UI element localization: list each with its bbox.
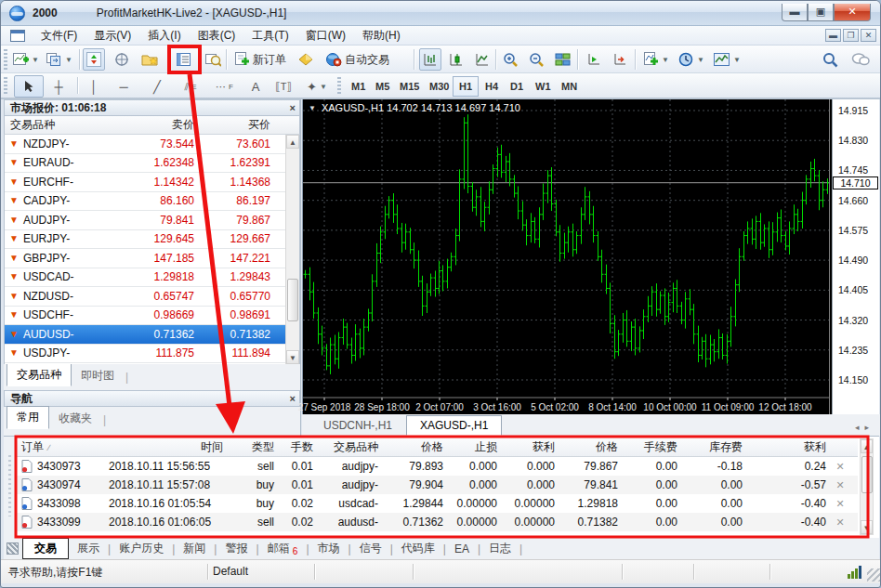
price-axis[interactable]: 14.91514.83014.74514.66014.57514.49014.4…	[832, 99, 879, 414]
indicators-button[interactable]: ▼	[640, 48, 672, 71]
col-price[interactable]: 价格	[383, 439, 448, 455]
col-profit[interactable]: 获利	[747, 439, 831, 455]
market-row[interactable]: ▼USDCHF-0.986690.98691	[5, 307, 299, 326]
tab-news[interactable]: 新闻	[175, 539, 214, 558]
market-row[interactable]: ▼EURAUD-1.623481.62391	[5, 154, 299, 174]
crosshair-tool-button[interactable]: ┼	[47, 75, 70, 98]
terminal-toggle-button[interactable]	[172, 48, 194, 71]
col-symbol[interactable]: 交易品种	[318, 439, 383, 455]
col-commission[interactable]: 手续费	[623, 439, 682, 455]
horizontal-line-tool-button[interactable]: ─	[112, 75, 135, 98]
tab-exposure[interactable]: 展示	[69, 539, 108, 558]
col-bid[interactable]: 卖价	[125, 117, 202, 133]
price-chart[interactable]	[303, 99, 833, 414]
cursor-tool-button[interactable]	[14, 75, 44, 98]
toolbar-grip[interactable]	[4, 49, 7, 70]
mdi-minimize-button[interactable]: ▬	[825, 29, 841, 42]
col-order[interactable]: 订单∕	[17, 439, 104, 455]
templates-button[interactable]: ▼	[711, 48, 743, 71]
fibonacci-tool-button[interactable]: ⋯F	[213, 75, 236, 98]
chart-expand-icon[interactable]: ▼	[309, 104, 316, 112]
menu-tools[interactable]: 工具(T)	[243, 26, 296, 46]
data-window-button[interactable]	[111, 48, 133, 71]
toolbar-grip[interactable]	[4, 77, 7, 96]
tab-journal[interactable]: 日志	[480, 539, 519, 558]
menu-help[interactable]: 帮助(H)	[354, 26, 409, 46]
resize-grip[interactable]	[867, 568, 880, 581]
tab-market[interactable]: 市场	[309, 539, 348, 558]
scroll-up-icon[interactable]: ▲	[861, 439, 873, 453]
col-sl[interactable]: 止损	[448, 439, 502, 455]
tab-account-history[interactable]: 账户历史	[111, 539, 172, 558]
close-button[interactable]: ✕	[834, 4, 871, 21]
menu-charts[interactable]: 图表(C)	[190, 26, 244, 46]
menu-file[interactable]: 文件(F)	[33, 26, 85, 46]
timeframe-m30[interactable]: M30	[423, 76, 455, 97]
trendline-tool-button[interactable]: ╱	[146, 75, 168, 98]
timeframe-m15[interactable]: M15	[393, 76, 426, 97]
col-tp[interactable]: 获利	[502, 439, 559, 455]
scroll-down-icon[interactable]: ▼	[861, 520, 873, 534]
col-time[interactable]: 时间	[104, 439, 228, 455]
mdi-close-button[interactable]: ✕	[861, 29, 876, 42]
scroll-down-icon[interactable]: ▼	[286, 350, 299, 364]
vertical-line-tool-button[interactable]: │	[83, 75, 105, 98]
tab-code-base[interactable]: 代码库	[393, 539, 443, 558]
arrows-tool-button[interactable]: ✦▼	[304, 75, 330, 98]
strategy-tester-button[interactable]	[202, 48, 224, 71]
tab-trade[interactable]: 交易	[22, 538, 69, 559]
minimize-button[interactable]: ▬	[782, 4, 808, 21]
tile-windows-button[interactable]	[551, 48, 573, 71]
bar-chart-button[interactable]	[419, 48, 441, 71]
channel-tool-button[interactable]: ⫽E	[179, 75, 202, 98]
col-type[interactable]: 类型	[228, 439, 279, 455]
new-chart-button[interactable]: ▼	[10, 48, 42, 71]
timeframe-d1[interactable]: D1	[504, 76, 530, 97]
tab-tick-chart[interactable]: 即时图	[72, 365, 124, 386]
tab-common[interactable]: 常用	[7, 406, 49, 429]
col-price-current[interactable]: 价格	[559, 439, 623, 455]
profiles-button[interactable]: ▼	[44, 48, 75, 71]
scroll-up-icon[interactable]: ▲	[286, 135, 299, 149]
toolbar-grip[interactable]	[337, 77, 341, 96]
navigator-toggle-button[interactable]	[138, 48, 161, 71]
tab-mailbox[interactable]: 邮箱 6	[259, 539, 307, 558]
timeframe-w1[interactable]: W1	[529, 76, 558, 97]
market-watch-scrollbar[interactable]: ▲ ▼	[285, 135, 299, 364]
new-order-button[interactable]: 新订单	[231, 48, 289, 71]
periods-button[interactable]: ▼	[676, 48, 707, 71]
tab-favorites[interactable]: 收藏夹	[49, 408, 101, 429]
menu-insert[interactable]: 插入(I)	[139, 26, 189, 46]
tab-experts[interactable]: EA	[446, 541, 478, 557]
market-row[interactable]: ▼USDCAD-1.298181.29843	[5, 268, 299, 288]
tab-signals[interactable]: 信号	[351, 539, 390, 558]
chart-tab-xagusd[interactable]: XAGUSD-,H1	[406, 415, 502, 436]
close-order-icon[interactable]: ✕	[831, 461, 849, 473]
market-row[interactable]: ▼EURCHF-1.143421.14368	[5, 173, 299, 192]
market-row[interactable]: ▼CADJPY-86.16086.197	[5, 192, 299, 212]
order-row[interactable]: 3433098 2018.10.16 01:05:54buy0.02usdcad…	[17, 494, 858, 513]
chart-tab-usdcnh[interactable]: USDCNH-,H1	[309, 415, 406, 436]
timeframe-h4[interactable]: H4	[479, 76, 505, 97]
col-swap[interactable]: 库存费	[682, 439, 747, 455]
menu-window[interactable]: 窗口(W)	[297, 26, 354, 46]
search-icon[interactable]	[819, 48, 841, 71]
menu-view[interactable]: 显示(V)	[85, 26, 139, 46]
tab-alerts[interactable]: 警报	[217, 539, 256, 558]
tab-symbols[interactable]: 交易品种	[7, 363, 72, 386]
maximize-button[interactable]: ▣	[808, 4, 834, 21]
close-order-icon[interactable]: ✕	[831, 498, 849, 510]
terminal-grip[interactable]	[4, 437, 17, 539]
scrollbar-thumb[interactable]	[861, 456, 873, 493]
chat-icon[interactable]	[848, 48, 873, 71]
market-row[interactable]: ▼EURJPY-129.645129.667	[5, 230, 299, 250]
metaeditor-button[interactable]	[295, 48, 317, 71]
scrollbar-thumb[interactable]	[287, 279, 298, 321]
market-row-selected[interactable]: ▼AUDUSD-0.713620.71382	[5, 325, 299, 345]
market-row[interactable]: ▼NZDUSD-0.657470.65770	[5, 287, 299, 307]
terminal-scrollbar[interactable]: ▲ ▼	[860, 438, 874, 535]
text-tool-button[interactable]: A	[244, 75, 267, 98]
timeframe-m5[interactable]: M5	[369, 76, 396, 97]
line-chart-button[interactable]	[471, 48, 493, 71]
market-row[interactable]: ▼NZDJPY-73.54473.601	[5, 135, 299, 154]
